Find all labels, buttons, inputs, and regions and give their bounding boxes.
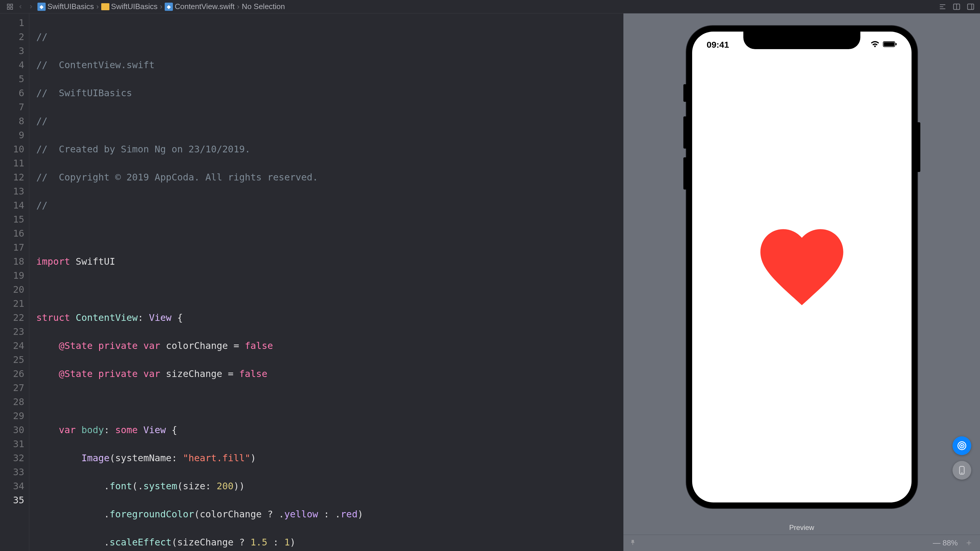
status-time: 09:41 xyxy=(707,40,729,50)
svg-rect-1 xyxy=(11,4,13,6)
phone-volume-up xyxy=(683,116,686,149)
breadcrumb-label: SwiftUIBasics xyxy=(111,2,158,11)
phone-screen[interactable]: 09:41 xyxy=(692,32,912,502)
live-preview-button[interactable] xyxy=(953,437,971,455)
chevron-right-icon: › xyxy=(160,2,163,11)
breadcrumb-project[interactable]: ◆ SwiftUIBasics xyxy=(36,2,95,11)
code-area[interactable]: 1 2 3 4 5 6 7 8 9 10 11 12 13 14 15 16 1… xyxy=(0,13,624,551)
breadcrumb-file[interactable]: ◆ ContentView.swift xyxy=(164,2,236,11)
folder-icon xyxy=(101,3,110,10)
pin-icon[interactable] xyxy=(629,538,636,548)
breadcrumb-selection[interactable]: No Selection xyxy=(241,2,286,11)
preview-viewport[interactable]: 09:41 xyxy=(624,13,980,521)
breadcrumb-label: SwiftUIBasics xyxy=(48,2,94,11)
zoom-in-button[interactable]: + xyxy=(964,538,974,548)
breadcrumb-label: No Selection xyxy=(242,2,285,11)
chevron-right-icon: › xyxy=(237,2,240,11)
code-text[interactable]: // // ContentView.swift // SwiftUIBasics… xyxy=(29,13,624,551)
svg-rect-9 xyxy=(968,4,974,10)
swift-file-icon: ◆ xyxy=(37,3,46,11)
add-editor-icon[interactable] xyxy=(952,2,961,11)
iphone-frame: 09:41 xyxy=(686,26,917,508)
editor-toolbar-right xyxy=(938,2,975,11)
code-editor-pane: 1 2 3 4 5 6 7 8 9 10 11 12 13 14 15 16 1… xyxy=(0,13,624,551)
phone-mute-switch xyxy=(683,84,686,102)
breadcrumb-label: ContentView.swift xyxy=(175,2,235,11)
back-button[interactable] xyxy=(15,2,26,12)
line-gutter: 1 2 3 4 5 6 7 8 9 10 11 12 13 14 15 16 1… xyxy=(0,13,29,551)
main-content: 1 2 3 4 5 6 7 8 9 10 11 12 13 14 15 16 1… xyxy=(0,13,980,551)
preview-on-device-button[interactable] xyxy=(953,461,971,480)
svg-rect-13 xyxy=(896,43,897,45)
svg-rect-3 xyxy=(11,7,13,10)
preview-floating-controls xyxy=(953,437,971,480)
phone-notch xyxy=(743,32,860,49)
wifi-icon xyxy=(870,40,879,50)
battery-icon xyxy=(883,40,897,50)
svg-point-16 xyxy=(962,445,963,446)
heart-image[interactable] xyxy=(752,217,851,317)
forward-button[interactable] xyxy=(26,2,36,12)
swift-file-icon: ◆ xyxy=(165,3,173,11)
svg-rect-2 xyxy=(7,7,10,10)
phone-power-button xyxy=(917,122,920,172)
preview-pane: 09:41 xyxy=(624,13,980,551)
svg-rect-0 xyxy=(7,4,10,6)
phone-volume-down xyxy=(683,157,686,189)
svg-rect-12 xyxy=(884,42,894,46)
adjust-editor-icon[interactable] xyxy=(938,2,947,11)
preview-footer: — 88% + xyxy=(624,535,980,551)
breadcrumb-bar: ◆ SwiftUIBasics › SwiftUIBasics › ◆ Cont… xyxy=(0,0,980,13)
chevron-right-icon: › xyxy=(96,2,99,11)
preview-label: Preview xyxy=(624,521,980,535)
breadcrumb-folder[interactable]: SwiftUIBasics xyxy=(100,2,159,11)
related-items-icon[interactable] xyxy=(5,2,15,12)
heart-fill-icon xyxy=(752,217,851,316)
zoom-level[interactable]: — 88% xyxy=(933,538,958,548)
editor-options-icon[interactable] xyxy=(966,2,975,11)
